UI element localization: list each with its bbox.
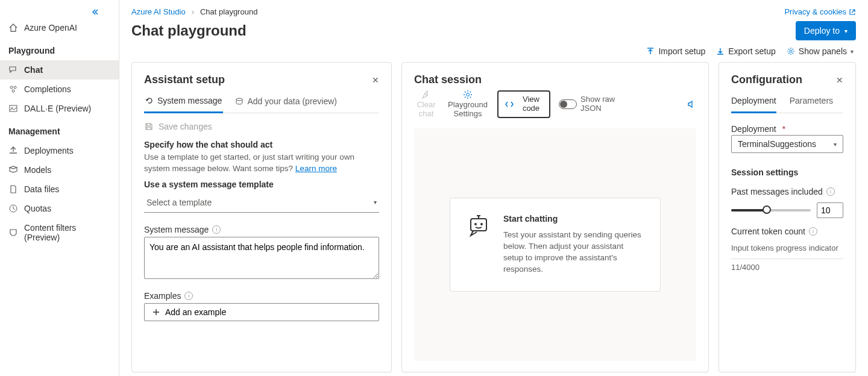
show-panels-button[interactable]: Show panels ▾ [787, 46, 854, 56]
privacy-cookies-link[interactable]: Privacy & cookies [784, 7, 856, 16]
broom-icon [421, 90, 431, 99]
close-setup-button[interactable]: ✕ [372, 75, 379, 85]
past-messages-slider[interactable] [731, 209, 811, 212]
toggle-switch[interactable] [559, 99, 577, 109]
gear-icon [787, 47, 795, 55]
breadcrumb-current: Chat playground [200, 7, 257, 16]
refresh-icon [145, 96, 154, 105]
info-icon[interactable]: i [184, 292, 193, 300]
chevron-down-icon: ▾ [851, 48, 854, 55]
export-setup-button[interactable]: Export setup [716, 46, 776, 56]
playground-settings-button[interactable]: Playground Settings [447, 90, 489, 119]
import-icon [646, 47, 655, 55]
view-code-button[interactable]: View code [497, 90, 550, 118]
raw-json-toggle[interactable]: Show raw JSON [559, 95, 617, 113]
home-icon [8, 23, 18, 33]
template-select[interactable]: Select a template ▾ [144, 193, 379, 213]
quotas-icon [8, 204, 18, 213]
chevron-down-icon: ▾ [834, 141, 837, 148]
bot-icon [468, 214, 489, 238]
tab-add-your-data[interactable]: Add your data (preview) [234, 92, 338, 113]
svg-point-2 [12, 90, 14, 92]
breadcrumb: Azure AI Studio › Chat playground Privac… [131, 7, 856, 16]
svg-point-7 [236, 98, 242, 101]
filter-icon [8, 228, 18, 237]
sidebar-item-models[interactable]: Models [0, 160, 119, 180]
chevron-right-icon: › [192, 7, 194, 16]
past-messages-label: Past messages included i [731, 187, 843, 196]
sidebar-item-label: DALL·E (Preview) [24, 104, 91, 113]
sidebar-item-chat[interactable]: Chat [0, 60, 119, 80]
token-count-label: Current token count i [731, 227, 843, 236]
chevron-down-icon: ▾ [844, 28, 848, 34]
info-icon[interactable]: i [212, 225, 221, 234]
deployments-icon [8, 146, 18, 155]
svg-rect-9 [471, 219, 486, 231]
deployment-label: Deployment* [731, 124, 843, 134]
data-icon [235, 97, 244, 105]
export-icon [716, 47, 725, 55]
sidebar-item-content-filters[interactable]: Content filters (Preview) [0, 218, 119, 247]
svg-point-0 [10, 86, 13, 89]
system-message-label: System message i [144, 225, 379, 234]
sidebar: Azure OpenAI Playground Chat Completions… [0, 0, 119, 376]
info-icon[interactable]: i [809, 227, 817, 236]
sidebar-item-deployments[interactable]: Deployments [0, 141, 119, 160]
chevron-down-icon: ▾ [374, 199, 377, 205]
sidebar-item-label: Azure OpenAI [24, 23, 77, 33]
speaker-icon[interactable] [687, 99, 696, 109]
code-icon [505, 99, 514, 109]
tab-parameters[interactable]: Parameters [790, 92, 833, 113]
clear-chat-button[interactable]: Clear chat [414, 90, 438, 119]
configuration-title: Configuration [731, 74, 802, 86]
models-icon [8, 165, 18, 175]
page-title: Chat playground [131, 22, 247, 39]
svg-point-10 [474, 223, 477, 225]
assistant-setup-title: Assistant setup [144, 74, 225, 86]
token-count-value: 11/4000 [731, 263, 843, 272]
examples-label: Examples i [144, 291, 379, 301]
deployment-select[interactable]: TerminalSuggestions ▾ [731, 135, 843, 153]
sidebar-item-dalle[interactable]: DALL·E (Preview) [0, 99, 119, 118]
plus-icon [152, 308, 160, 316]
svg-point-8 [467, 93, 470, 96]
sidebar-item-label: Completions [24, 84, 71, 94]
sidebar-item-completions[interactable]: Completions [0, 80, 119, 99]
session-settings-heading: Session settings [731, 168, 843, 177]
tab-deployment[interactable]: Deployment [731, 92, 776, 113]
close-config-button[interactable]: ✕ [836, 75, 843, 85]
save-changes-button[interactable]: Save changes [144, 122, 379, 131]
tab-system-message[interactable]: System message [144, 92, 223, 113]
file-icon [8, 184, 18, 194]
add-example-button[interactable]: Add an example [144, 303, 379, 321]
sidebar-item-quotas[interactable]: Quotas [0, 199, 119, 218]
deploy-to-button[interactable]: Deploy to ▾ [796, 21, 856, 40]
use-template-heading: Use a system message template [144, 180, 379, 189]
system-message-textarea[interactable] [144, 237, 379, 279]
svg-point-11 [480, 223, 483, 225]
sidebar-item-azure-openai[interactable]: Azure OpenAI [0, 18, 119, 37]
sidebar-item-data-files[interactable]: Data files [0, 180, 119, 199]
past-messages-input[interactable] [817, 202, 843, 218]
chat-session-panel: Chat session Clear chat Playground Setti… [401, 62, 709, 372]
sidebar-item-label: Content filters (Preview) [24, 223, 110, 242]
sidebar-item-label: Chat [24, 65, 43, 75]
save-icon [144, 122, 154, 131]
specify-help-text: Use a template to get started, or just s… [144, 152, 379, 175]
sidebar-item-label: Data files [24, 184, 59, 194]
svg-point-6 [790, 50, 792, 52]
sidebar-item-label: Models [24, 165, 51, 175]
start-chatting-card: Start chatting Test your assistant by se… [450, 198, 661, 292]
sidebar-collapse-button[interactable] [89, 6, 101, 18]
sidebar-item-label: Deployments [24, 146, 74, 155]
svg-point-1 [14, 86, 16, 89]
chat-icon [8, 65, 18, 75]
breadcrumb-root-link[interactable]: Azure AI Studio [131, 7, 186, 16]
import-setup-button[interactable]: Import setup [646, 46, 705, 56]
info-icon[interactable]: i [826, 187, 835, 196]
gear-icon [463, 90, 473, 99]
image-icon [8, 104, 18, 113]
token-progress-bar [731, 258, 843, 259]
learn-more-link[interactable]: Learn more [295, 164, 337, 173]
specify-heading: Specify how the chat should act [144, 140, 379, 149]
